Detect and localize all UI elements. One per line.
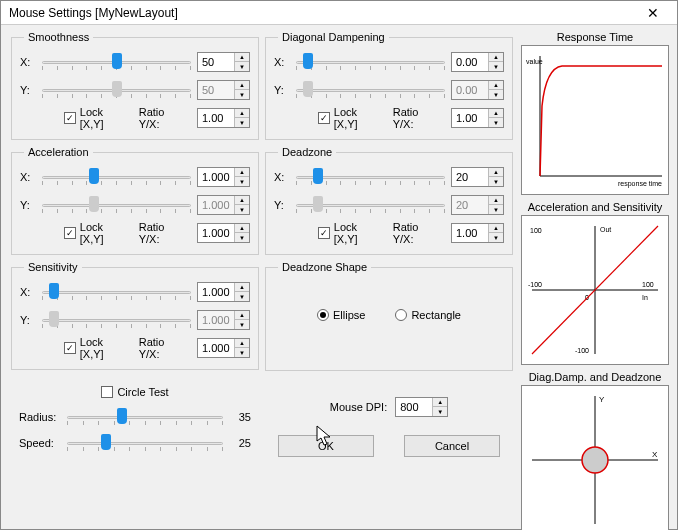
svg-text:value: value (526, 58, 543, 65)
spin-up-icon[interactable]: ▲ (235, 109, 249, 118)
spin-down-icon: ▼ (235, 90, 249, 99)
smoothness-lock-checkbox[interactable]: ✓Lock [X,Y] (64, 106, 129, 130)
acceleration-legend: Acceleration (24, 146, 93, 158)
spin-down-icon[interactable]: ▼ (235, 233, 249, 242)
diagonal-x-slider[interactable] (296, 53, 445, 71)
acceleration-chart: In Out 0 100 100 -100 -100 (521, 215, 669, 365)
diagonal-group: Diagonal Dampening X: ▲▼ Y: ▲▼ ✓Lock [X,… (265, 31, 513, 140)
spin-up-icon[interactable]: ▲ (489, 53, 503, 62)
spin-up-icon[interactable]: ▲ (489, 224, 503, 233)
sensitivity-x-slider[interactable] (42, 283, 191, 301)
smoothness-ratio-label: Ratio Y/X: (139, 106, 187, 130)
smoothness-x-slider[interactable] (42, 53, 191, 71)
dpi-label: Mouse DPI: (330, 401, 387, 413)
accel-chart-title: Acceleration and Sensitivity (521, 201, 669, 213)
spin-down-icon[interactable]: ▼ (235, 177, 249, 186)
smoothness-legend: Smoothness (24, 31, 93, 43)
smoothness-y-input (198, 81, 234, 99)
speed-label: Speed: (19, 437, 61, 449)
diagonal-y-input (452, 81, 488, 99)
close-icon[interactable]: ✕ (637, 5, 669, 21)
acceleration-y-input (198, 196, 234, 214)
radius-label: Radius: (19, 411, 61, 423)
speed-slider[interactable] (67, 434, 223, 452)
acceleration-y-label: Y: (20, 199, 36, 211)
spin-down-icon[interactable]: ▼ (489, 233, 503, 242)
spin-down-icon: ▼ (235, 320, 249, 329)
svg-text:In: In (642, 294, 648, 301)
diagonal-legend: Diagonal Dampening (278, 31, 389, 43)
radius-slider[interactable] (67, 408, 223, 426)
diagonal-y-label: Y: (274, 84, 290, 96)
svg-text:response time: response time (618, 180, 662, 188)
spin-up-icon: ▲ (489, 196, 503, 205)
sensitivity-group: Sensitivity X: ▲▼ Y: ▲▼ ✓Lock [X,Y] Rati… (11, 261, 259, 370)
sensitivity-ratio-label: Ratio Y/X: (139, 336, 187, 360)
spin-up-icon[interactable]: ▲ (489, 109, 503, 118)
sensitivity-legend: Sensitivity (24, 261, 82, 273)
smoothness-y-slider (42, 81, 191, 99)
spin-up-icon[interactable]: ▲ (433, 398, 447, 407)
sensitivity-x-label: X: (20, 286, 36, 298)
acceleration-y-slider (42, 196, 191, 214)
svg-text:Out: Out (600, 226, 611, 233)
spin-down-icon[interactable]: ▼ (489, 62, 503, 71)
circle-test-checkbox[interactable]: Circle Test (101, 386, 168, 398)
deadzone-y-input (452, 196, 488, 214)
smoothness-y-label: Y: (20, 84, 36, 96)
response-time-chart: value response time (521, 45, 669, 195)
spin-up-icon[interactable]: ▲ (489, 168, 503, 177)
ok-button[interactable]: OK (278, 435, 374, 457)
titlebar: Mouse Settings [MyNewLayout] ✕ (1, 1, 677, 25)
acceleration-x-input[interactable] (198, 168, 234, 186)
deadzone-y-slider (296, 196, 445, 214)
sensitivity-ratio-input[interactable] (198, 339, 234, 357)
smoothness-ratio-input[interactable] (198, 109, 234, 127)
acceleration-ratio-input[interactable] (198, 224, 234, 242)
deadzone-ratio-input[interactable] (452, 224, 488, 242)
deadzone-lock-checkbox[interactable]: ✓Lock [X,Y] (318, 221, 383, 245)
deadzone-ratio-label: Ratio Y/X: (393, 221, 441, 245)
deadzone-group: Deadzone X: ▲▼ Y: ▲▼ ✓Lock [X,Y] Ratio Y… (265, 146, 513, 255)
spin-down-icon: ▼ (489, 90, 503, 99)
deadzone-x-slider[interactable] (296, 168, 445, 186)
spin-up-icon: ▲ (489, 81, 503, 90)
spin-down-icon[interactable]: ▼ (489, 118, 503, 127)
spin-down-icon[interactable]: ▼ (489, 177, 503, 186)
dpi-input[interactable] (396, 398, 432, 416)
acceleration-group: Acceleration X: ▲▼ Y: ▲▼ ✓Lock [X,Y] Rat… (11, 146, 259, 255)
acceleration-lock-checkbox[interactable]: ✓Lock [X,Y] (64, 221, 129, 245)
diag-deadzone-chart: X Y (521, 385, 669, 530)
deadzone-x-label: X: (274, 171, 290, 183)
sensitivity-x-input[interactable] (198, 283, 234, 301)
spin-up-icon[interactable]: ▲ (235, 224, 249, 233)
spin-down-icon[interactable]: ▼ (235, 292, 249, 301)
smoothness-group: Smoothness X: ▲▼ Y: ▲▼ (11, 31, 259, 140)
spin-down-icon[interactable]: ▼ (235, 62, 249, 71)
acceleration-x-slider[interactable] (42, 168, 191, 186)
deadzone-x-input[interactable] (452, 168, 488, 186)
spin-down-icon[interactable]: ▼ (433, 407, 447, 416)
diagonal-lock-checkbox[interactable]: ✓Lock [X,Y] (318, 106, 383, 130)
svg-text:100: 100 (642, 281, 654, 288)
diagonal-ratio-input[interactable] (452, 109, 488, 127)
response-chart-title: Response Time (521, 31, 669, 43)
speed-value: 25 (229, 437, 251, 449)
spin-up-icon[interactable]: ▲ (235, 53, 249, 62)
spin-down-icon[interactable]: ▼ (235, 348, 249, 357)
mouse-settings-window: Mouse Settings [MyNewLayout] ✕ Smoothnes… (0, 0, 678, 530)
spin-up-icon[interactable]: ▲ (235, 339, 249, 348)
diagonal-x-label: X: (274, 56, 290, 68)
spin-down-icon[interactable]: ▼ (235, 118, 249, 127)
svg-text:Y: Y (599, 395, 605, 404)
spin-up-icon[interactable]: ▲ (235, 283, 249, 292)
diagonal-x-input[interactable] (452, 53, 488, 71)
rectangle-radio[interactable]: Rectangle (395, 309, 461, 321)
svg-text:-100: -100 (575, 347, 589, 354)
spin-up-icon[interactable]: ▲ (235, 168, 249, 177)
smoothness-x-input[interactable] (198, 53, 234, 71)
sensitivity-lock-checkbox[interactable]: ✓Lock [X,Y] (64, 336, 129, 360)
ellipse-radio[interactable]: Ellipse (317, 309, 365, 321)
svg-point-18 (582, 447, 608, 473)
cancel-button[interactable]: Cancel (404, 435, 500, 457)
